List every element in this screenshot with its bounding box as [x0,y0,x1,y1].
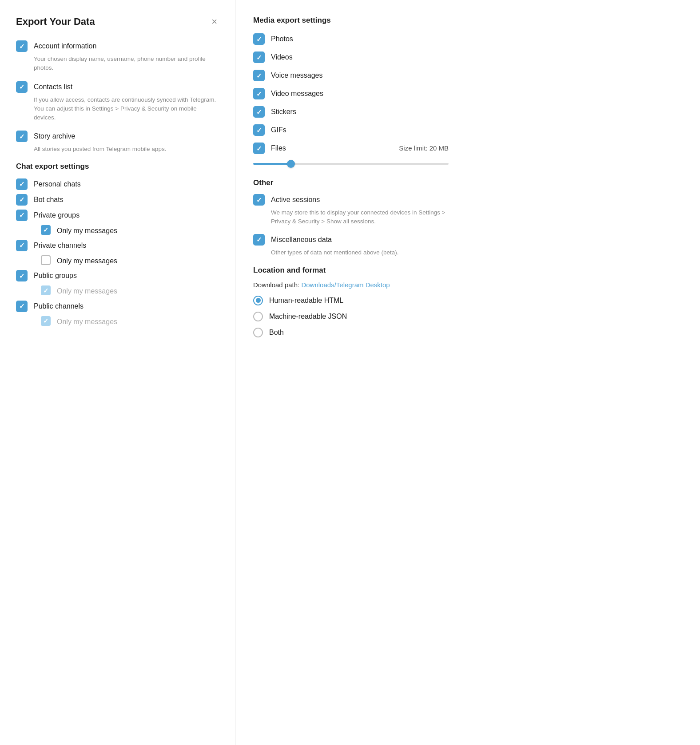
gifs-checkbox[interactable]: ✓ [253,124,265,136]
story-desc: All stories you posted from Telegram mob… [34,145,217,154]
misc-data-checkbox[interactable]: ✓ [253,234,265,246]
checkmark-icon: ✓ [256,72,262,79]
misc-data-desc: Other types of data not mentioned above … [271,248,449,257]
right-panel: Media export settings ✓ Photos ✓ Videos … [235,0,466,745]
checkmark-icon: ✓ [256,91,262,97]
video-messages-row[interactable]: ✓ Video messages [253,87,449,99]
contacts-desc: If you allow access, contacts are contin… [34,95,217,123]
checkmark-icon: ✓ [256,36,262,43]
private-groups-row[interactable]: ✓ Private groups [16,209,217,221]
size-slider-container [253,159,449,166]
personal-chats-checkbox[interactable]: ✓ [16,178,28,190]
account-row[interactable]: ✓ Account information [16,40,217,52]
public-groups-sub-checkbox: ✓ [41,285,51,295]
bot-chats-label: Bot chats [34,194,64,205]
story-row[interactable]: ✓ Story archive [16,130,217,142]
checkmark-icon: ✓ [19,242,25,249]
videos-checkbox[interactable]: ✓ [253,52,265,63]
private-channels-sub-label: Only my messages [57,255,117,266]
contacts-row[interactable]: ✓ Contacts list [16,81,217,93]
public-groups-sub-row: ✓ Only my messages [41,285,217,296]
voice-messages-checkbox[interactable]: ✓ [253,70,265,81]
close-button[interactable]: × [211,17,217,27]
dialog-title-row: Export Your Data × [16,16,217,28]
private-channels-sub-row[interactable]: Only my messages [41,255,217,266]
format-html-row[interactable]: Human-readable HTML [253,296,449,305]
active-sessions-row[interactable]: ✓ Active sessions [253,194,449,206]
video-messages-checkbox[interactable]: ✓ [253,88,265,99]
location-heading: Location and format [253,266,449,275]
checkmark-icon: ✓ [19,273,25,279]
personal-chats-label: Personal chats [34,178,81,189]
public-groups-row[interactable]: ✓ Public groups [16,269,217,281]
photos-label: Photos [271,35,293,43]
private-channels-sub-checkbox[interactable] [41,255,51,265]
left-panel: Export Your Data × ✓ Account information… [0,0,235,745]
stickers-checkbox[interactable]: ✓ [253,106,265,118]
checkmark-icon: ✓ [43,317,49,324]
private-groups-label: Private groups [34,209,80,220]
private-groups-sub-checkbox[interactable]: ✓ [41,225,51,235]
export-dialog: Export Your Data × ✓ Account information… [0,0,466,745]
checkmark-icon: ✓ [256,145,262,152]
download-path-row: Download path: Downloads/Telegram Deskto… [253,281,449,289]
checkmark-icon: ✓ [256,197,262,203]
checkmark-icon: ✓ [19,83,25,90]
checkmark-icon: ✓ [256,109,262,115]
private-groups-checkbox[interactable]: ✓ [16,210,28,221]
bot-chats-checkbox[interactable]: ✓ [16,194,28,206]
account-checkbox[interactable]: ✓ [16,40,28,52]
checkmark-icon: ✓ [19,303,25,309]
photos-checkbox[interactable]: ✓ [253,33,265,45]
files-left: ✓ Files [253,142,286,154]
misc-data-row[interactable]: ✓ Miscellaneous data [253,234,449,246]
checkmark-icon: ✓ [256,236,262,243]
checkmark-icon: ✓ [19,212,25,218]
checkmark-icon: ✓ [256,54,262,61]
active-sessions-desc: We may store this to display your connec… [271,208,449,226]
checkmark-icon: ✓ [19,43,25,50]
active-sessions-checkbox[interactable]: ✓ [253,194,265,206]
voice-messages-row[interactable]: ✓ Voice messages [253,69,449,81]
active-sessions-label: Active sessions [271,194,320,205]
format-both-row[interactable]: Both [253,328,449,337]
account-desc: Your chosen display name, username, phon… [34,55,217,73]
gifs-row[interactable]: ✓ GIFs [253,124,449,136]
checkmark-icon: ✓ [19,133,25,140]
format-html-radio[interactable] [253,296,263,305]
size-limit-slider[interactable] [253,163,449,165]
public-groups-label: Public groups [34,269,77,281]
radio-inner-icon [256,298,261,303]
format-json-label: Machine-readable JSON [269,313,347,321]
format-both-label: Both [269,329,284,337]
public-channels-sub-label: Only my messages [57,316,117,327]
format-both-radio[interactable] [253,328,263,337]
private-channels-checkbox[interactable]: ✓ [16,240,28,251]
stickers-row[interactable]: ✓ Stickers [253,106,449,118]
public-groups-sub-label: Only my messages [57,285,117,296]
private-groups-sub-label: Only my messages [57,225,117,236]
videos-label: Videos [271,53,293,61]
bot-chats-row[interactable]: ✓ Bot chats [16,194,217,206]
files-row[interactable]: ✓ Files Size limit: 20 MB [253,142,449,154]
contacts-checkbox[interactable]: ✓ [16,81,28,93]
story-checkbox[interactable]: ✓ [16,131,28,142]
chat-settings-heading: Chat export settings [16,162,217,171]
size-limit-label: Size limit: 20 MB [399,144,449,152]
contacts-label: Contacts list [34,81,72,92]
account-label: Account information [34,40,96,51]
private-groups-sub-row[interactable]: ✓ Only my messages [41,225,217,236]
format-html-label: Human-readable HTML [269,297,343,305]
personal-chats-row[interactable]: ✓ Personal chats [16,178,217,190]
photos-row[interactable]: ✓ Photos [253,33,449,45]
files-checkbox[interactable]: ✓ [253,143,265,154]
public-groups-checkbox[interactable]: ✓ [16,270,28,281]
download-path-value[interactable]: Downloads/Telegram Desktop [301,281,390,289]
videos-row[interactable]: ✓ Videos [253,51,449,63]
private-channels-row[interactable]: ✓ Private channels [16,239,217,251]
format-json-row[interactable]: Machine-readable JSON [253,312,449,321]
format-json-radio[interactable] [253,312,263,321]
public-channels-checkbox[interactable]: ✓ [16,301,28,312]
public-channels-row[interactable]: ✓ Public channels [16,300,217,312]
gifs-label: GIFs [271,126,286,134]
